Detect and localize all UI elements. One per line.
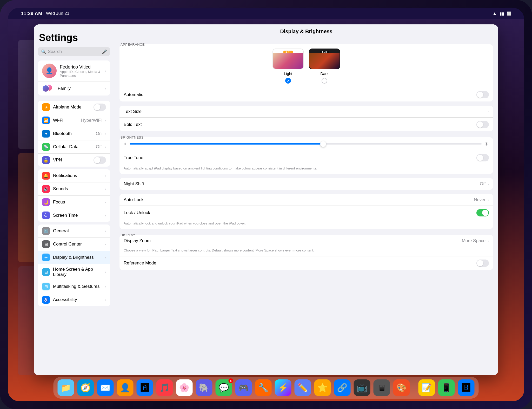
text-size-row[interactable]: Text Size › (119, 106, 493, 117)
wifi-chevron: › (105, 118, 106, 122)
dock-files[interactable]: 📁 (58, 379, 74, 396)
dock-contacts[interactable]: 👤 (117, 379, 134, 396)
auto-lock-chevron: › (488, 198, 489, 202)
wifi-value: HyperWiFi (81, 118, 102, 123)
general-icon: ⚙️ (42, 227, 50, 235)
search-bar[interactable]: 🔍 Search 🎤 (38, 47, 110, 56)
display-zoom-row[interactable]: Display Zoom More Space › (119, 235, 493, 247)
sidebar-item-controlcenter[interactable]: ⊞ Control Center › (38, 238, 110, 251)
family-item[interactable]: Family › (38, 81, 110, 96)
reference-mode-toggle[interactable] (476, 260, 489, 267)
automatic-label: Automatic (124, 92, 476, 97)
family-chevron: › (105, 86, 106, 91)
dock-music[interactable]: 🎵 (156, 379, 173, 396)
dark-preview: 9:41 (309, 49, 340, 69)
status-bar-left: 11:29 AM Wed Jun 21 (21, 11, 69, 16)
accessibility-icon: ♿ (42, 296, 50, 304)
true-tone-toggle[interactable] (476, 154, 489, 161)
dock-mail[interactable]: ✉️ (97, 379, 114, 396)
sidebar-item-homescreen[interactable]: ⊟ Home Screen & App Library › (38, 264, 110, 280)
battery-bar: ⬜ (507, 11, 511, 16)
automatic-toggle[interactable] (476, 91, 489, 98)
cellular-icon: 📡 (42, 143, 50, 151)
dock-tv2[interactable]: 🖥 (374, 379, 390, 396)
settings-window: Settings 🔍 Search 🎤 👤 (34, 24, 498, 375)
lock-unlock-toggle[interactable] (476, 209, 489, 216)
light-radio[interactable] (285, 78, 291, 84)
focus-label: Focus (53, 200, 102, 205)
auto-lock-value: Never (474, 197, 486, 202)
vpn-icon: 🔒 (42, 156, 50, 164)
dock-separator (414, 381, 414, 394)
sidebar-item-vpn[interactable]: 🔒 VPN (38, 154, 110, 167)
cellular-label: Cellular Data (53, 144, 93, 149)
dock-tv[interactable]: 📺 (354, 379, 370, 396)
sidebar-item-notifications[interactable]: 🔔 Notifications › (38, 169, 110, 182)
dark-radio[interactable] (322, 78, 327, 84)
bold-text-toggle[interactable] (476, 121, 489, 128)
auto-lock-label: Auto-Lock (124, 197, 474, 202)
dock-craft[interactable]: ✏️ (295, 379, 311, 396)
dock-linked[interactable]: 🔗 (334, 379, 351, 396)
reference-mode-label: Reference Mode (124, 261, 476, 266)
sidebar-item-cellular[interactable]: 📡 Cellular Data Off › (38, 140, 110, 154)
dock-elephant[interactable]: 🐘 (196, 379, 212, 396)
dock-device[interactable]: 📱 (438, 379, 455, 396)
sidebar-item-focus[interactable]: 🌙 Focus › (38, 196, 110, 209)
true-tone-description: Automatically adapt iPad display based o… (119, 165, 493, 174)
night-shift-card: Night Shift Off › (119, 178, 493, 190)
sidebar-item-display[interactable]: ☀ Display & Brightness › (38, 251, 110, 264)
sidebar-item-airplane[interactable]: ✈ Airplane Mode (38, 101, 110, 114)
sidebar-item-sounds[interactable]: 🔊 Sounds › (38, 182, 110, 196)
appearance-light[interactable]: 9:41 Light (272, 49, 304, 84)
account-item[interactable]: 👤 Federico Viticci Apple ID, iCloud+, Me… (38, 60, 110, 81)
bluetooth-chevron: › (105, 132, 106, 136)
sidebar-item-screentime[interactable]: ⏱ Screen Time › (38, 209, 110, 222)
search-placeholder: Search (48, 49, 100, 54)
dock-appstore[interactable]: 🅰 (137, 379, 153, 396)
status-date: Wed Jun 21 (46, 11, 69, 16)
slider-fill (130, 143, 323, 145)
dock-messages[interactable]: 💬 5 (216, 379, 232, 396)
controlcenter-label: Control Center (53, 242, 102, 247)
appearance-card: 9:41 Light (119, 44, 493, 101)
display-chevron: › (105, 255, 106, 260)
brightness-slider[interactable] (130, 143, 482, 145)
homescreen-chevron: › (105, 270, 106, 274)
cellular-chevron: › (105, 145, 106, 149)
settings-group-notifications: 🔔 Notifications › 🔊 Sounds › 🌙 (38, 169, 110, 222)
bold-text-label: Bold Text (124, 122, 476, 127)
focus-icon: 🌙 (42, 198, 50, 206)
night-shift-row[interactable]: Night Shift Off › (119, 178, 493, 190)
wifi-icon: ▲ (492, 11, 497, 16)
dock-safari[interactable]: 🧭 (77, 379, 94, 396)
display-section-wrap: DISPLAY Display Zoom More Space › Choose… (119, 233, 493, 270)
sidebar-item-accessibility[interactable]: ♿ Accessibility › (38, 293, 110, 306)
sidebar-item-general[interactable]: ⚙️ General › (38, 224, 110, 238)
status-bar: 11:29 AM Wed Jun 21 ▲ ▮▮ ⬜ (8, 8, 524, 19)
panel-title: Display & Brightness (114, 24, 498, 37)
dock-toolbox[interactable]: 🔧 (255, 379, 272, 396)
dock-appstore2[interactable]: 🅱 (458, 379, 475, 396)
brightness-row: ☀ ☀ (119, 137, 493, 151)
dock-shortcuts[interactable]: ⚡ (275, 379, 291, 396)
status-bar-right: ▲ ▮▮ ⬜ (492, 11, 511, 16)
controlcenter-icon: ⊞ (42, 240, 50, 248)
dock-discord[interactable]: 🎮 (235, 379, 252, 396)
sidebar-item-bluetooth[interactable]: ✦ Bluetooth On › (38, 127, 110, 140)
panel-content: APPEARANCE 9:41 (114, 37, 498, 275)
dock-sketchup[interactable]: 🎨 (393, 379, 410, 396)
sidebar-item-multitasking[interactable]: ⊞ Multitasking & Gestures › (38, 280, 110, 293)
appearance-dark[interactable]: 9:41 Dark (309, 49, 340, 84)
slider-thumb[interactable] (320, 141, 326, 147)
family-label: Family (58, 86, 71, 91)
dock-photos[interactable]: 🌸 (176, 379, 193, 396)
vpn-toggle[interactable] (94, 156, 106, 164)
screentime-icon: ⏱ (42, 212, 50, 219)
dock-notes[interactable]: 📝 (418, 379, 435, 396)
auto-lock-row[interactable]: Auto-Lock Never › (119, 194, 493, 206)
airplane-toggle[interactable] (94, 104, 106, 111)
dock-superstar[interactable]: ⭐ (314, 379, 331, 396)
accessibility-label: Accessibility (53, 297, 102, 302)
sidebar-item-wifi[interactable]: 📶 Wi-Fi HyperWiFi › (38, 114, 110, 127)
